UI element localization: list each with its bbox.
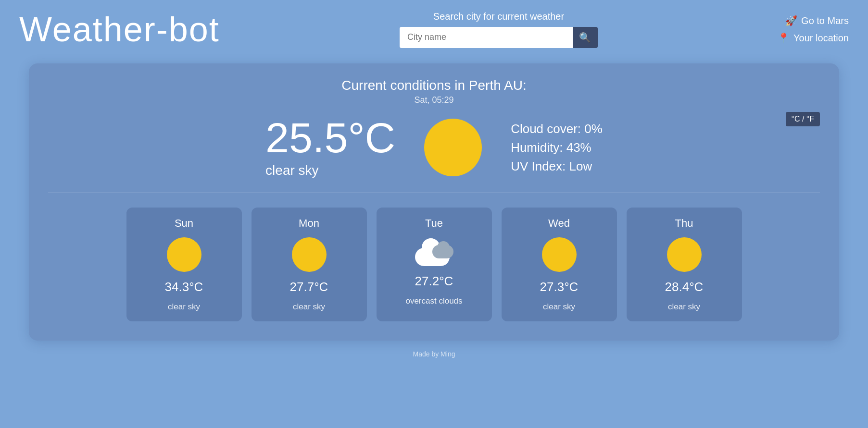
forecast-temp-3: 27.3°C: [540, 280, 579, 294]
current-time: Sat, 05:29: [48, 95, 820, 105]
footer: Made by Ming: [0, 350, 868, 363]
humidity: Humidity: 43%: [511, 140, 603, 155]
uv-index: UV Index: Low: [511, 159, 603, 174]
search-label: Search city for current weather: [433, 11, 564, 22]
current-weather-icon: [424, 119, 482, 176]
search-input[interactable]: [400, 27, 573, 48]
footer-credit: Made by Ming: [413, 350, 455, 358]
go-to-mars-link[interactable]: 🚀 Go to Mars: [785, 15, 849, 26]
temp-section: 25.5°C clear sky: [265, 117, 395, 178]
forecast-condition-1: clear sky: [293, 302, 325, 312]
details-section: Cloud cover: 0% Humidity: 43% UV Index: …: [511, 122, 603, 174]
pin-icon: 📍: [778, 32, 790, 44]
forecast-card-mon: Mon 27.7°C clear sky: [252, 208, 367, 321]
temperature: 25.5°C: [265, 117, 395, 159]
sun-icon-1: [292, 237, 327, 272]
forecast-condition-0: clear sky: [168, 302, 200, 312]
top-right: 🚀 Go to Mars 📍 Your location: [778, 15, 849, 44]
forecast-day-4: Thu: [675, 217, 693, 230]
sun-icon-4: [667, 237, 702, 272]
forecast-temp-1: 27.7°C: [290, 280, 328, 294]
forecast-card-thu: Thu 28.4°C clear sky: [627, 208, 742, 321]
cloud-icon-2: [415, 237, 453, 266]
forecast-card-tue: Tue 27.2°C overcast clouds: [377, 208, 492, 321]
current-weather-row: 25.5°C clear sky Cloud cover: 0% Humidit…: [48, 117, 820, 178]
forecast-temp-0: 34.3°C: [165, 280, 203, 294]
search-icon: 🔍: [579, 32, 591, 43]
forecast-row: Sun 34.3°C clear sky Mon 27.7°C clear sk…: [48, 208, 820, 321]
forecast-day-2: Tue: [425, 217, 443, 230]
temp-unit-toggle[interactable]: °C / °F: [786, 112, 820, 126]
go-to-mars-label: Go to Mars: [801, 15, 849, 26]
forecast-temp-2: 27.2°C: [415, 274, 453, 289]
search-button[interactable]: 🔍: [573, 27, 598, 48]
weather-card: Current conditions in Perth AU: Sat, 05:…: [29, 63, 839, 341]
current-conditions-title: Current conditions in Perth AU:: [48, 78, 820, 93]
cloud-cover: Cloud cover: 0%: [511, 122, 603, 136]
forecast-condition-2: overcast clouds: [405, 296, 462, 306]
forecast-condition-3: clear sky: [543, 302, 575, 312]
forecast-card-sun: Sun 34.3°C clear sky: [126, 208, 242, 321]
search-row: 🔍: [400, 27, 598, 48]
forecast-condition-4: clear sky: [668, 302, 700, 312]
forecast-temp-4: 28.4°C: [665, 280, 704, 294]
forecast-day-3: Wed: [548, 217, 570, 230]
current-condition: clear sky: [265, 163, 318, 178]
your-location-button[interactable]: 📍 Your location: [778, 32, 849, 44]
divider: [48, 193, 820, 193]
sun-icon-3: [542, 237, 577, 272]
your-location-label: Your location: [793, 33, 849, 44]
forecast-card-wed: Wed 27.3°C clear sky: [502, 208, 617, 321]
app-title: Weather-bot: [19, 10, 220, 49]
forecast-day-1: Mon: [299, 217, 319, 230]
search-section: Search city for current weather 🔍: [220, 11, 778, 48]
rocket-icon: 🚀: [785, 15, 797, 26]
forecast-day-0: Sun: [175, 217, 193, 230]
sun-icon-0: [167, 237, 201, 272]
